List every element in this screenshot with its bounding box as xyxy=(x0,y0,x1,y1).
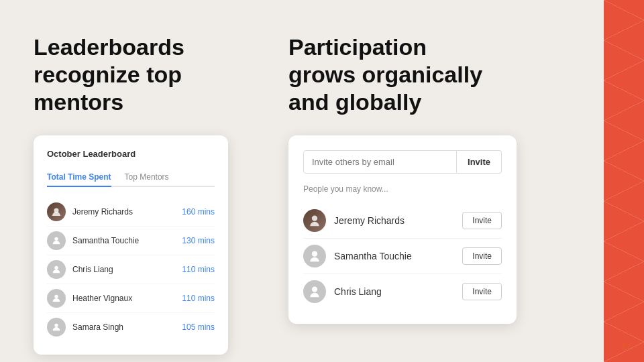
right-title-line1: Participation xyxy=(288,34,427,60)
svg-point-21 xyxy=(54,266,58,269)
invite-person-name: Samantha Touchie xyxy=(334,251,462,261)
table-row: Samantha Touchie 130 mins xyxy=(47,227,215,255)
person-name: Samantha Touchie xyxy=(72,236,182,245)
table-row: Jeremy Richards 160 mins xyxy=(47,198,215,227)
avatar xyxy=(303,245,326,267)
svg-point-20 xyxy=(54,237,58,241)
invite-person-name: Chris Liang xyxy=(334,286,462,297)
right-title-line2: grows organically xyxy=(288,62,482,87)
leaderboard-card-title: October Leaderboard xyxy=(47,149,215,159)
jeremy-invite-avatar xyxy=(303,209,326,232)
avatar xyxy=(47,260,66,279)
tab-total-time[interactable]: Total Time Spent xyxy=(47,168,111,187)
tab-top-mentors[interactable]: Top Mentors xyxy=(125,168,169,186)
invite-email-input[interactable] xyxy=(303,150,457,174)
invite-input-row: Invite xyxy=(303,150,502,174)
invite-person-button[interactable]: Invite xyxy=(462,283,502,300)
person-time: 110 mins xyxy=(182,294,215,303)
person-time: 105 mins xyxy=(182,322,215,332)
svg-point-23 xyxy=(54,324,58,327)
avatar xyxy=(303,209,326,232)
list-item: Samantha Touchie Invite xyxy=(303,239,502,274)
left-section: Leaderboards recognize top mentors Octob… xyxy=(0,0,268,362)
left-title-line2: recognize top xyxy=(34,62,182,87)
invite-person-name: Jeremy Richards xyxy=(334,215,462,226)
invite-person-button[interactable]: Invite xyxy=(462,247,502,265)
person-name: Heather Vignaux xyxy=(72,294,182,303)
left-title-line3: mentors xyxy=(34,89,123,115)
person-name: Samara Singh xyxy=(72,322,182,332)
page-number: 13 xyxy=(621,341,631,351)
svg-point-24 xyxy=(312,216,317,221)
jeremy-avatar-img xyxy=(47,202,66,221)
left-title: Leaderboards recognize top mentors xyxy=(34,34,241,115)
table-row: Chris Liang 110 mins xyxy=(47,255,215,284)
person-time: 130 mins xyxy=(182,236,215,245)
avatar xyxy=(47,202,66,221)
table-row: Heather Vignaux 110 mins xyxy=(47,284,215,313)
svg-point-26 xyxy=(312,287,317,292)
avatar xyxy=(47,289,66,308)
svg-point-22 xyxy=(54,295,58,298)
person-time: 110 mins xyxy=(182,265,215,274)
svg-point-25 xyxy=(312,251,317,257)
people-you-may-know-label: People you may know... xyxy=(303,184,502,194)
avatar xyxy=(303,280,326,303)
list-item: Chris Liang Invite xyxy=(303,274,502,309)
leaderboard-tabs: Total Time Spent Top Mentors xyxy=(47,168,215,187)
right-section: Participation grows organically and glob… xyxy=(268,0,644,362)
invite-card: Invite People you may know... Jeremy Ric… xyxy=(288,135,517,324)
list-item: Jeremy Richards Invite xyxy=(303,203,502,239)
leaderboard-rows: Jeremy Richards 160 mins Samantha Touchi… xyxy=(47,198,215,341)
person-name: Jeremy Richards xyxy=(72,207,182,217)
avatar xyxy=(47,318,66,337)
leaderboard-card: October Leaderboard Total Time Spent Top… xyxy=(34,135,228,355)
invite-main-button[interactable]: Invite xyxy=(457,150,502,174)
right-title-line3: and globally xyxy=(288,89,421,115)
table-row: Samara Singh 105 mins xyxy=(47,313,215,341)
person-name: Chris Liang xyxy=(72,265,182,274)
right-title: Participation grows organically and glob… xyxy=(288,34,617,115)
person-time: 160 mins xyxy=(182,207,215,217)
invite-person-button[interactable]: Invite xyxy=(462,212,502,229)
left-title-line1: Leaderboards xyxy=(34,34,184,60)
page-container: Leaderboards recognize top mentors Octob… xyxy=(0,0,644,362)
avatar xyxy=(47,231,66,250)
